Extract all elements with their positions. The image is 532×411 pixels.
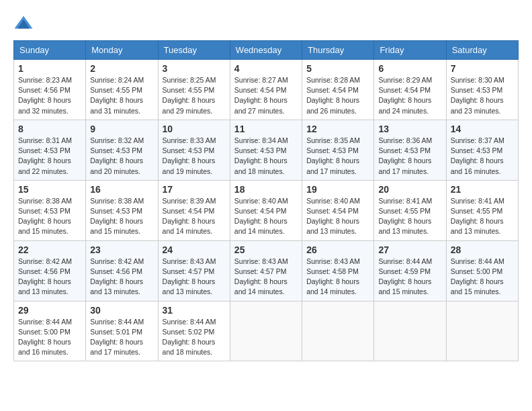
calendar-cell: 25Sunrise: 8:43 AMSunset: 4:57 PMDayligh…	[230, 240, 302, 301]
day-number: 20	[378, 184, 441, 195]
calendar-cell: 5Sunrise: 8:28 AMSunset: 4:54 PMDaylight…	[302, 60, 374, 120]
day-info: Sunrise: 8:28 AMSunset: 4:54 PMDaylight:…	[306, 75, 369, 116]
column-header-monday: Monday	[86, 41, 158, 60]
calendar-cell: 7Sunrise: 8:30 AMSunset: 4:53 PMDaylight…	[446, 60, 518, 120]
calendar-week-5: 29Sunrise: 8:44 AMSunset: 5:00 PMDayligh…	[14, 301, 519, 361]
calendar-cell: 26Sunrise: 8:43 AMSunset: 4:58 PMDayligh…	[302, 240, 374, 301]
calendar-cell: 6Sunrise: 8:29 AMSunset: 4:54 PMDaylight…	[374, 60, 446, 120]
day-number: 30	[90, 305, 153, 316]
calendar-cell	[374, 301, 446, 361]
calendar-cell: 4Sunrise: 8:27 AMSunset: 4:54 PMDaylight…	[230, 60, 302, 120]
calendar-cell: 14Sunrise: 8:37 AMSunset: 4:53 PMDayligh…	[446, 120, 518, 180]
day-info: Sunrise: 8:44 AMSunset: 5:00 PMDaylight:…	[451, 257, 514, 298]
day-number: 25	[234, 244, 298, 255]
calendar-cell: 11Sunrise: 8:34 AMSunset: 4:53 PMDayligh…	[230, 120, 302, 180]
day-number: 26	[306, 244, 369, 255]
day-info: Sunrise: 8:44 AMSunset: 5:02 PMDaylight:…	[163, 317, 226, 358]
calendar-week-1: 1Sunrise: 8:23 AMSunset: 4:56 PMDaylight…	[14, 60, 519, 120]
calendar-cell: 16Sunrise: 8:38 AMSunset: 4:53 PMDayligh…	[86, 180, 158, 240]
day-info: Sunrise: 8:27 AMSunset: 4:54 PMDaylight:…	[234, 75, 298, 116]
day-number: 15	[18, 184, 81, 195]
day-info: Sunrise: 8:38 AMSunset: 4:53 PMDaylight:…	[18, 196, 81, 237]
calendar-cell: 22Sunrise: 8:42 AMSunset: 4:56 PMDayligh…	[14, 240, 86, 301]
day-info: Sunrise: 8:39 AMSunset: 4:54 PMDaylight:…	[163, 196, 226, 237]
calendar-cell: 19Sunrise: 8:40 AMSunset: 4:54 PMDayligh…	[302, 180, 374, 240]
day-info: Sunrise: 8:44 AMSunset: 5:00 PMDaylight:…	[18, 317, 81, 358]
day-number: 9	[90, 124, 153, 134]
calendar-cell: 13Sunrise: 8:36 AMSunset: 4:53 PMDayligh…	[374, 120, 446, 180]
day-number: 31	[163, 305, 226, 316]
calendar-cell: 12Sunrise: 8:35 AMSunset: 4:53 PMDayligh…	[302, 120, 374, 180]
day-number: 1	[18, 63, 81, 74]
day-number: 19	[306, 184, 369, 195]
column-header-tuesday: Tuesday	[158, 41, 230, 60]
column-header-friday: Friday	[374, 41, 446, 60]
calendar-cell: 21Sunrise: 8:41 AMSunset: 4:55 PMDayligh…	[446, 180, 518, 240]
day-info: Sunrise: 8:25 AMSunset: 4:55 PMDaylight:…	[163, 75, 226, 116]
day-number: 16	[90, 184, 153, 195]
day-info: Sunrise: 8:40 AMSunset: 4:54 PMDaylight:…	[234, 196, 298, 237]
day-number: 8	[18, 124, 81, 134]
day-number: 24	[163, 244, 226, 255]
day-number: 4	[234, 63, 298, 74]
page-header	[13, 13, 519, 34]
day-info: Sunrise: 8:40 AMSunset: 4:54 PMDaylight:…	[306, 196, 369, 237]
day-info: Sunrise: 8:36 AMSunset: 4:53 PMDaylight:…	[378, 136, 441, 177]
day-number: 3	[163, 63, 226, 74]
day-info: Sunrise: 8:42 AMSunset: 4:56 PMDaylight:…	[18, 257, 81, 298]
day-info: Sunrise: 8:41 AMSunset: 4:55 PMDaylight:…	[451, 196, 514, 237]
day-info: Sunrise: 8:31 AMSunset: 4:53 PMDaylight:…	[18, 136, 81, 177]
column-header-saturday: Saturday	[446, 41, 518, 60]
day-info: Sunrise: 8:23 AMSunset: 4:56 PMDaylight:…	[18, 75, 81, 116]
day-number: 28	[451, 244, 514, 255]
day-info: Sunrise: 8:43 AMSunset: 4:57 PMDaylight:…	[163, 257, 226, 298]
day-number: 5	[306, 63, 369, 74]
day-info: Sunrise: 8:42 AMSunset: 4:56 PMDaylight:…	[90, 257, 153, 298]
calendar-cell: 10Sunrise: 8:33 AMSunset: 4:53 PMDayligh…	[158, 120, 230, 180]
calendar-table: SundayMondayTuesdayWednesdayThursdayFrid…	[13, 40, 519, 361]
day-number: 21	[451, 184, 514, 195]
logo	[13, 13, 36, 34]
day-info: Sunrise: 8:34 AMSunset: 4:53 PMDaylight:…	[234, 136, 298, 177]
calendar-cell: 23Sunrise: 8:42 AMSunset: 4:56 PMDayligh…	[86, 240, 158, 301]
day-info: Sunrise: 8:44 AMSunset: 4:59 PMDaylight:…	[378, 257, 441, 298]
day-info: Sunrise: 8:41 AMSunset: 4:55 PMDaylight:…	[378, 196, 441, 237]
day-number: 14	[451, 124, 514, 134]
calendar-cell: 1Sunrise: 8:23 AMSunset: 4:56 PMDaylight…	[14, 60, 86, 120]
calendar-cell: 9Sunrise: 8:32 AMSunset: 4:53 PMDaylight…	[86, 120, 158, 180]
calendar-cell: 15Sunrise: 8:38 AMSunset: 4:53 PMDayligh…	[14, 180, 86, 240]
column-header-wednesday: Wednesday	[230, 41, 302, 60]
calendar-cell: 2Sunrise: 8:24 AMSunset: 4:55 PMDaylight…	[86, 60, 158, 120]
logo-icon	[13, 13, 34, 34]
calendar-cell: 20Sunrise: 8:41 AMSunset: 4:55 PMDayligh…	[374, 180, 446, 240]
calendar-cell: 3Sunrise: 8:25 AMSunset: 4:55 PMDaylight…	[158, 60, 230, 120]
calendar-week-3: 15Sunrise: 8:38 AMSunset: 4:53 PMDayligh…	[14, 180, 519, 240]
day-info: Sunrise: 8:24 AMSunset: 4:55 PMDaylight:…	[90, 75, 153, 116]
calendar-cell: 8Sunrise: 8:31 AMSunset: 4:53 PMDaylight…	[14, 120, 86, 180]
day-number: 10	[163, 124, 226, 134]
day-number: 23	[90, 244, 153, 255]
calendar-cell: 17Sunrise: 8:39 AMSunset: 4:54 PMDayligh…	[158, 180, 230, 240]
calendar-header-row: SundayMondayTuesdayWednesdayThursdayFrid…	[14, 41, 519, 60]
day-info: Sunrise: 8:37 AMSunset: 4:53 PMDaylight:…	[451, 136, 514, 177]
day-number: 18	[234, 184, 298, 195]
day-info: Sunrise: 8:32 AMSunset: 4:53 PMDaylight:…	[90, 136, 153, 177]
calendar-cell: 28Sunrise: 8:44 AMSunset: 5:00 PMDayligh…	[446, 240, 518, 301]
calendar-cell: 18Sunrise: 8:40 AMSunset: 4:54 PMDayligh…	[230, 180, 302, 240]
day-number: 29	[18, 305, 81, 316]
day-number: 6	[378, 63, 441, 74]
day-info: Sunrise: 8:30 AMSunset: 4:53 PMDaylight:…	[451, 75, 514, 116]
day-info: Sunrise: 8:35 AMSunset: 4:53 PMDaylight:…	[306, 136, 369, 177]
calendar-cell	[302, 301, 374, 361]
calendar-cell	[230, 301, 302, 361]
calendar-cell	[446, 301, 518, 361]
column-header-sunday: Sunday	[14, 41, 86, 60]
day-info: Sunrise: 8:38 AMSunset: 4:53 PMDaylight:…	[90, 196, 153, 237]
day-info: Sunrise: 8:44 AMSunset: 5:01 PMDaylight:…	[90, 317, 153, 358]
calendar-week-4: 22Sunrise: 8:42 AMSunset: 4:56 PMDayligh…	[14, 240, 519, 301]
day-info: Sunrise: 8:43 AMSunset: 4:58 PMDaylight:…	[306, 257, 369, 298]
calendar-week-2: 8Sunrise: 8:31 AMSunset: 4:53 PMDaylight…	[14, 120, 519, 180]
calendar-cell: 31Sunrise: 8:44 AMSunset: 5:02 PMDayligh…	[158, 301, 230, 361]
day-number: 22	[18, 244, 81, 255]
day-info: Sunrise: 8:43 AMSunset: 4:57 PMDaylight:…	[234, 257, 298, 298]
